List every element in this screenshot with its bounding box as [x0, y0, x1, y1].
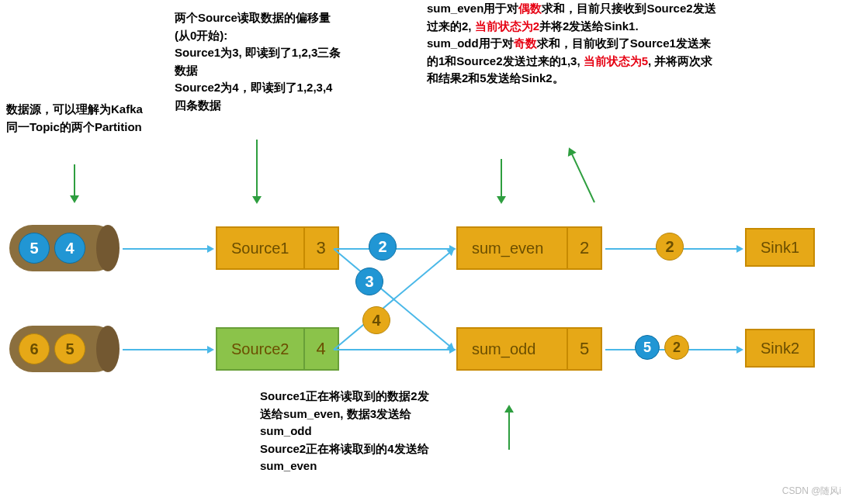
- source-label: Source1: [217, 228, 303, 268]
- text: 并将2发送给Sink1.: [539, 19, 639, 33]
- arrow-icon: [571, 153, 595, 202]
- output-value-odd-5: 5: [635, 335, 660, 360]
- arrow-icon: [256, 140, 258, 198]
- data-item: 5: [19, 233, 50, 264]
- source-1: Source1 3: [216, 226, 339, 270]
- op-state: 5: [567, 329, 601, 369]
- output-value-odd-2: 2: [664, 335, 689, 360]
- arrow-icon: [501, 159, 502, 198]
- output-value-even: 2: [656, 233, 684, 261]
- inflight-value-2: 2: [369, 233, 397, 261]
- text: sum_odd用于对: [427, 36, 514, 50]
- partition-2: 6 5: [9, 326, 118, 372]
- data-item: 6: [19, 333, 50, 364]
- text: sum_even用于对: [427, 2, 518, 15]
- flow-arrow: [334, 349, 450, 350]
- text-odd: 奇数: [514, 36, 537, 50]
- inflight-value-4: 4: [362, 306, 390, 334]
- sum-even-op: sum_even 2: [456, 226, 602, 270]
- source-offset: 3: [303, 228, 338, 268]
- flow-arrow: [123, 248, 208, 250]
- data-item: 5: [54, 333, 85, 364]
- annotation-sum-ops: sum_even用于对偶数求和，目前只接收到Source2发送过来的2, 当前状…: [427, 0, 722, 88]
- arrow-icon: [508, 411, 510, 450]
- source-2: Source2 4: [216, 327, 339, 371]
- flow-arrow: [333, 252, 450, 350]
- inflight-value-3: 3: [355, 268, 383, 295]
- annotation-source-offset: 两个Source读取数据的偏移量(从0开始): Source1为3, 即读到了1…: [175, 9, 341, 114]
- op-label: sum_odd: [458, 329, 567, 369]
- data-item: 4: [54, 233, 85, 264]
- flow-arrow: [333, 248, 450, 347]
- arrow-icon: [74, 164, 75, 197]
- text-even: 偶数: [518, 2, 542, 15]
- text-state: 当前状态为5: [584, 54, 648, 67]
- sink-1: Sink1: [745, 228, 815, 267]
- watermark: CSDN @随风i: [782, 485, 841, 498]
- sink-2: Sink2: [745, 329, 815, 368]
- text-state: 当前状态为2: [475, 19, 539, 33]
- op-label: sum_even: [458, 228, 567, 268]
- flow-arrow: [123, 349, 208, 350]
- source-label: Source2: [217, 329, 303, 369]
- partition-1: 5 4: [9, 225, 118, 271]
- op-state: 2: [567, 228, 601, 268]
- annotation-inflight: Source1正在将读取到的数据2发送给sum_even, 数据3发送给sum_…: [260, 388, 438, 475]
- sum-odd-op: sum_odd 5: [456, 327, 602, 371]
- annotation-data-source: 数据源，可以理解为Kafka同一Topic的两个Partition: [6, 101, 146, 136]
- source-offset: 4: [303, 329, 338, 369]
